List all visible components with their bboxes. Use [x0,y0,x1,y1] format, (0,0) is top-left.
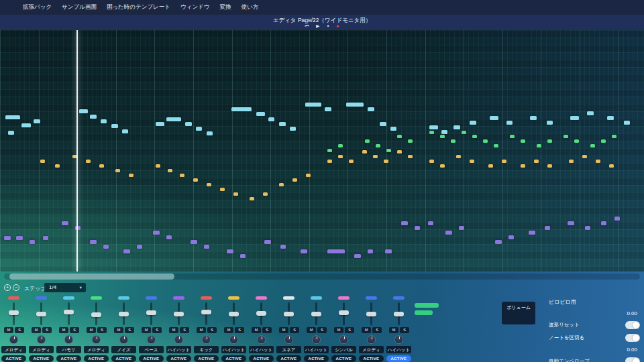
note-lead[interactable] [290,127,296,131]
active-button[interactable]: ACTIVE [84,355,109,362]
active-button[interactable]: ACTIVE [111,355,136,362]
solo-button[interactable]: S [400,327,409,333]
note-arp[interactable] [115,169,120,172]
note-arp[interactable] [86,160,91,163]
note-arp[interactable] [193,178,198,182]
note-lead[interactable] [256,112,265,116]
active-button[interactable]: ACTIVE [1,355,26,362]
pan-knob[interactable] [174,335,183,344]
note-lead[interactable] [570,116,579,120]
active-button[interactable]: ACTIVE [359,355,384,362]
note-bass[interactable] [43,236,48,240]
note-arp[interactable] [99,164,104,168]
note-arp[interactable] [129,174,133,177]
note-lead[interactable] [624,121,630,125]
note-bass[interactable] [16,236,23,240]
skip-back-button[interactable]: ⏮ [305,23,309,29]
note-lead[interactable] [305,103,321,107]
note-bass[interactable] [166,235,172,239]
mute-button[interactable]: M [334,327,343,333]
note-harmony[interactable] [451,139,455,143]
note-bass[interactable] [508,235,514,239]
note-lead[interactable] [607,116,614,120]
active-button[interactable]: ACTIVE [166,355,191,362]
note-harmony[interactable] [397,135,402,138]
note-lead[interactable] [207,131,213,135]
record-button[interactable]: ● [337,23,339,29]
note-arp[interactable] [502,160,506,163]
mute-button[interactable]: M [114,327,123,333]
note-arp[interactable] [534,160,539,163]
note-lead[interactable] [380,122,386,126]
menu-item[interactable]: 変換 [220,3,231,11]
pan-knob[interactable] [64,335,73,344]
note-lead[interactable] [111,124,118,128]
note-bass[interactable] [415,226,420,230]
active-button[interactable]: ACTIVE [139,355,164,362]
note-bass[interactable] [354,254,361,258]
note-arp[interactable] [55,164,60,168]
note-arp[interactable] [609,164,614,168]
pan-knob[interactable] [147,335,156,344]
pause-button[interactable]: ⏸ [327,23,329,29]
toggle-switch[interactable] [625,321,640,329]
active-button[interactable]: ACTIVE [276,355,301,362]
note-lead[interactable] [325,107,331,111]
menu-item[interactable]: サンプル画面 [62,3,97,11]
toggle-switch[interactable] [625,357,640,362]
fader-handle[interactable] [91,312,101,317]
active-button[interactable]: ACTIVE [386,355,411,362]
note-arp[interactable] [306,174,311,177]
note-arp[interactable] [263,192,268,196]
mute-button[interactable]: M [4,327,13,333]
note-harmony[interactable] [612,135,616,138]
note-arp[interactable] [220,188,225,191]
note-harmony[interactable] [547,139,552,143]
note-bass[interactable] [614,217,620,221]
note-lead[interactable] [530,116,537,120]
note-lead[interactable] [279,122,286,126]
solo-button[interactable]: S [180,327,189,333]
pan-knob[interactable] [394,335,403,344]
note-harmony[interactable] [601,139,606,143]
note-lead[interactable] [390,127,396,131]
note-bass[interactable] [153,231,160,235]
note-arp[interactable] [569,160,574,163]
note-arp[interactable] [207,183,211,186]
note-lead[interactable] [231,107,252,111]
note-harmony[interactable] [429,131,434,134]
fader-handle[interactable] [36,312,46,316]
pan-knob[interactable] [229,335,238,344]
note-lead[interactable] [122,129,128,133]
note-bass[interactable] [4,236,11,240]
note-arp[interactable] [384,160,388,163]
note-lead[interactable] [21,123,31,127]
pan-knob[interactable] [92,335,101,344]
solo-button[interactable]: S [290,327,299,333]
note-bass[interactable] [264,240,271,244]
note-harmony[interactable] [365,139,370,143]
fader-handle[interactable] [229,312,239,316]
note-harmony[interactable] [483,139,488,143]
note-lead[interactable] [429,125,438,129]
pan-knob[interactable] [37,335,46,344]
note-arp[interactable] [168,169,172,172]
note-lead[interactable] [587,111,594,115]
note-arp[interactable] [596,160,600,163]
fader-handle[interactable] [394,312,404,316]
note-arp[interactable] [470,160,474,163]
note-lead[interactable] [156,122,164,126]
note-bass[interactable] [327,249,345,253]
pan-knob[interactable] [119,335,128,344]
note-bass[interactable] [137,245,142,249]
note-arp[interactable] [180,174,184,177]
active-button[interactable]: ACTIVE [194,355,219,362]
note-arp[interactable] [233,192,238,196]
note-arp[interactable] [156,164,160,168]
active-button[interactable]: ACTIVE [249,355,274,362]
note-arp[interactable] [408,155,413,158]
menu-item[interactable]: 困った時のテンプレート [107,3,170,11]
pan-knob[interactable] [367,335,376,344]
piano-roll-editor[interactable] [0,30,644,272]
solo-button[interactable]: S [207,327,217,333]
